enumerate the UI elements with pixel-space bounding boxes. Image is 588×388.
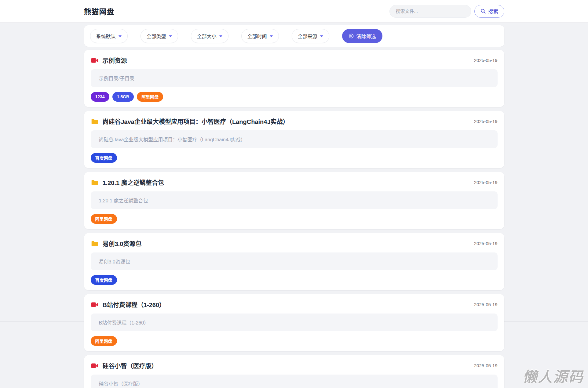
file-date: 2025-05-19 (474, 119, 498, 124)
file-title[interactable]: 1.20.1 魔之逆鳞整合包 (103, 178, 164, 187)
file-card[interactable]: 尚硅谷Java企业级大模型应用项目：小智医疗（LangChain4J实战） 20… (84, 111, 504, 168)
search-input[interactable] (389, 5, 471, 18)
folder-icon (91, 179, 99, 187)
file-description: 尚硅谷Java企业级大模型应用项目：小智医疗（LangChain4J实战） (91, 130, 498, 148)
file-date: 2025-05-19 (474, 180, 498, 185)
folder-icon (91, 118, 99, 125)
file-description: 示例目录/子目录 (91, 69, 498, 87)
tag-badge: 阿里网盘 (91, 336, 117, 346)
card-header: 示例资源 2025-05-19 (91, 56, 498, 65)
file-tags: 阿里网盘 (91, 336, 498, 346)
file-card[interactable]: 易创3.0资源包 2025-05-19 易创3.0资源包 百度网盘 (84, 233, 504, 290)
clear-circle-icon (349, 33, 354, 39)
filter-label: 全部时间 (247, 32, 267, 40)
tag-badge: 阿里网盘 (137, 92, 163, 102)
filter-type[interactable]: 全部类型 (141, 29, 178, 43)
file-date: 2025-05-19 (474, 58, 498, 63)
filter-size[interactable]: 全部大小 (191, 29, 228, 43)
card-header: 硅谷小智（医疗版） 2025-05-19 (91, 361, 498, 370)
tag-badge: 1234 (91, 92, 109, 102)
filter-label: 全部大小 (197, 32, 217, 40)
file-description: 硅谷小智（医疗版） (91, 375, 498, 388)
file-date: 2025-05-19 (474, 363, 498, 368)
file-title[interactable]: 示例资源 (103, 56, 127, 65)
search-button-label: 搜索 (488, 7, 499, 15)
file-card[interactable]: 硅谷小智（医疗版） 2025-05-19 硅谷小智（医疗版） 迅雷网盘 (84, 355, 504, 388)
clear-filters-button[interactable]: 清除筛选 (342, 29, 382, 43)
file-description: 易创3.0资源包 (91, 252, 498, 270)
file-tags: 阿里网盘 (91, 214, 498, 224)
chevron-down-icon (270, 35, 273, 37)
clear-filters-label: 清除筛选 (356, 32, 376, 40)
tag-badge: 1.5GB (112, 92, 134, 102)
card-header: 1.20.1 魔之逆鳞整合包 2025-05-19 (91, 178, 498, 187)
card-header: 易创3.0资源包 2025-05-19 (91, 239, 498, 248)
filter-source[interactable]: 全部来源 (292, 29, 329, 43)
file-title[interactable]: 硅谷小智（医疗版） (103, 361, 158, 370)
filter-time[interactable]: 全部时间 (241, 29, 279, 43)
app-title: 熊猫网盘 (84, 6, 115, 16)
file-date: 2025-05-19 (474, 302, 498, 307)
file-tags: 百度网盘 (91, 275, 498, 285)
video-icon (91, 301, 99, 309)
tag-badge: 百度网盘 (91, 275, 117, 285)
filter-bar: 系统默认 全部类型 全部大小 全部时间 全部来源 清除筛选 (84, 25, 504, 47)
watermark: 懒人源码 (523, 365, 584, 386)
file-tags: 百度网盘 (91, 153, 498, 163)
main-content: 系统默认 全部类型 全部大小 全部时间 全部来源 清除筛选 (84, 25, 504, 388)
search-area: 搜索 (389, 5, 504, 18)
chevron-down-icon (169, 35, 172, 37)
folder-icon (91, 240, 99, 248)
card-header: B站付费课程（1-260） 2025-05-19 (91, 300, 498, 309)
file-tags: 12341.5GB阿里网盘 (91, 92, 498, 102)
app-header: 熊猫网盘 搜索 (0, 0, 588, 23)
file-list: 示例资源 2025-05-19 示例目录/子目录 12341.5GB阿里网盘 (84, 50, 504, 388)
filter-label: 全部来源 (298, 32, 317, 40)
video-icon (91, 362, 99, 370)
file-description: B站付费课程（1-260） (91, 314, 498, 331)
file-title[interactable]: 易创3.0资源包 (103, 239, 142, 248)
chevron-down-icon (320, 35, 323, 37)
filter-label: 系统默认 (96, 32, 116, 40)
search-icon (480, 8, 486, 14)
filter-sort[interactable]: 系统默认 (90, 29, 128, 43)
video-icon (91, 56, 99, 64)
tag-badge: 百度网盘 (91, 153, 117, 163)
file-date: 2025-05-19 (474, 241, 498, 246)
search-button[interactable]: 搜索 (474, 5, 504, 18)
file-card[interactable]: 示例资源 2025-05-19 示例目录/子目录 12341.5GB阿里网盘 (84, 50, 504, 107)
file-card[interactable]: B站付费课程（1-260） 2025-05-19 B站付费课程（1-260） 阿… (84, 294, 504, 351)
file-description: 1.20.1 魔之逆鳞整合包 (91, 191, 498, 209)
file-title[interactable]: B站付费课程（1-260） (103, 300, 166, 309)
chevron-down-icon (119, 35, 122, 37)
card-header: 尚硅谷Java企业级大模型应用项目：小智医疗（LangChain4J实战） 20… (91, 117, 498, 126)
tag-badge: 阿里网盘 (91, 214, 117, 224)
filter-label: 全部类型 (147, 32, 166, 40)
file-title[interactable]: 尚硅谷Java企业级大模型应用项目：小智医疗（LangChain4J实战） (103, 117, 289, 126)
chevron-down-icon (219, 35, 222, 37)
file-card[interactable]: 1.20.1 魔之逆鳞整合包 2025-05-19 1.20.1 魔之逆鳞整合包… (84, 172, 504, 229)
